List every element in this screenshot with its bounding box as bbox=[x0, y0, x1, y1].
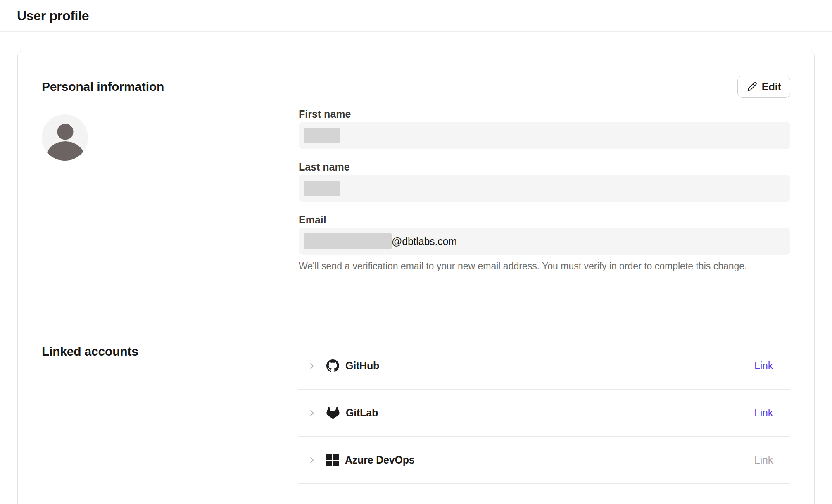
azure-devops-icon bbox=[326, 454, 339, 466]
personal-info-heading: Personal information bbox=[42, 80, 164, 94]
linked-account-row-azure-devops[interactable]: Azure DevOps Link bbox=[298, 437, 790, 484]
pencil-icon bbox=[746, 81, 757, 92]
last-name-field: Last name bbox=[299, 162, 790, 202]
gitlab-icon bbox=[326, 407, 340, 419]
linked-accounts-list: GitHub Link GitLab Link bbox=[298, 342, 790, 484]
avatar-column bbox=[42, 109, 299, 271]
email-label: Email bbox=[299, 214, 790, 225]
personal-info-header: Personal information Edit bbox=[42, 76, 790, 98]
personal-info-body: First name Last name Email @dbtlabs.com … bbox=[42, 109, 790, 271]
first-name-input[interactable] bbox=[299, 122, 790, 149]
linked-accounts-heading-column: Linked accounts bbox=[42, 342, 298, 484]
account-name: GitLab bbox=[346, 407, 378, 419]
edit-button[interactable]: Edit bbox=[737, 76, 790, 98]
section-divider bbox=[42, 306, 790, 306]
redacted-value bbox=[304, 181, 340, 196]
top-bar: User profile bbox=[0, 0, 832, 32]
email-field: Email @dbtlabs.com We'll send a verifica… bbox=[299, 214, 790, 271]
account-name: Azure DevOps bbox=[345, 454, 415, 466]
person-silhouette-icon bbox=[42, 114, 88, 161]
last-name-input[interactable] bbox=[299, 175, 790, 202]
azure-devops-link-button: Link bbox=[754, 454, 773, 466]
gitlab-link-button[interactable]: Link bbox=[754, 407, 773, 419]
settings-card: Personal information Edit First name bbox=[17, 51, 815, 504]
edit-button-label: Edit bbox=[762, 81, 781, 93]
email-domain-text: @dbtlabs.com bbox=[392, 235, 457, 247]
first-name-field: First name bbox=[299, 109, 790, 149]
account-name: GitHub bbox=[345, 360, 379, 372]
last-name-label: Last name bbox=[299, 162, 790, 172]
redacted-value bbox=[304, 233, 392, 249]
linked-accounts-heading: Linked accounts bbox=[42, 345, 298, 359]
linked-account-row-gitlab[interactable]: GitLab Link bbox=[298, 390, 790, 437]
chevron-right-icon[interactable] bbox=[307, 456, 316, 465]
linked-account-row-github[interactable]: GitHub Link bbox=[298, 342, 790, 390]
first-name-label: First name bbox=[299, 109, 790, 119]
page-title: User profile bbox=[17, 8, 89, 24]
email-helper-text: We'll send a verification email to your … bbox=[299, 261, 790, 271]
chevron-right-icon[interactable] bbox=[307, 361, 316, 371]
github-icon bbox=[326, 359, 339, 372]
redacted-value bbox=[304, 128, 340, 143]
email-input[interactable]: @dbtlabs.com bbox=[299, 228, 790, 255]
linked-accounts-section: Linked accounts GitHub Link bbox=[42, 342, 790, 484]
chevron-right-icon[interactable] bbox=[307, 409, 316, 418]
github-link-button[interactable]: Link bbox=[754, 360, 773, 372]
avatar bbox=[42, 114, 88, 161]
personal-info-form: First name Last name Email @dbtlabs.com … bbox=[299, 109, 790, 271]
